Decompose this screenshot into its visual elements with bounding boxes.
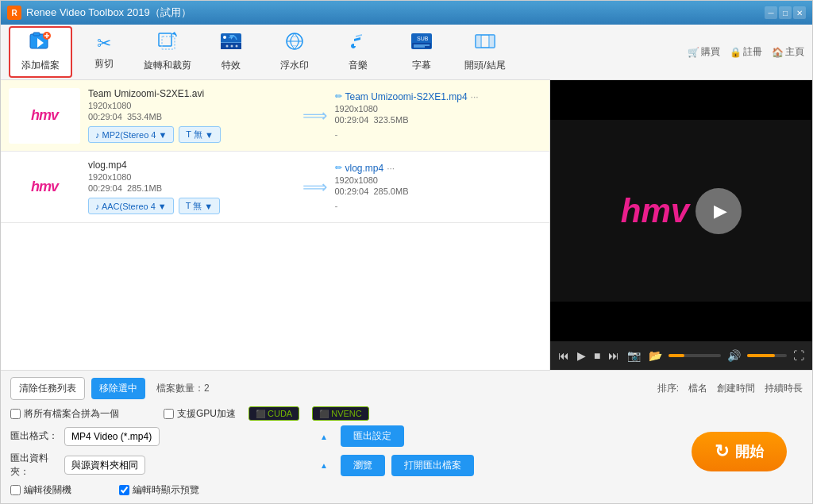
- main-content: hmv Team Umizoomi-S2XE1.avi 1920x1080 00…: [1, 80, 812, 370]
- show-preview-label[interactable]: 編輯時顯示預覽: [119, 483, 199, 497]
- play-button[interactable]: ▶: [576, 348, 588, 364]
- add-file-icon: [29, 32, 52, 56]
- toolbar-start-end[interactable]: 開頭/結尾: [453, 26, 517, 78]
- window-controls: ─ □ ✕: [765, 6, 806, 19]
- preview-play-icon: ▶: [714, 201, 727, 221]
- stop-button[interactable]: ■: [592, 348, 602, 364]
- toolbar-rotate-crop[interactable]: 旋轉和裁剪: [136, 26, 199, 78]
- audio-control-btn[interactable]: ♪ MP2(Stereo 4 ▼: [88, 126, 174, 143]
- volume-bar[interactable]: [747, 354, 787, 357]
- folder-select-wrapper[interactable]: 與源資料夾相同: [64, 456, 334, 475]
- svg-rect-29: [489, 35, 495, 48]
- file-thumb: hmv: [9, 88, 80, 144]
- sort-created-time[interactable]: 創建時間: [717, 382, 755, 395]
- gpu-options-row: 將所有檔案合拼為一個 支援GPU加速 ⬛ CUDA ⬛ NVENC: [10, 406, 669, 421]
- next-frame-button[interactable]: ⏭: [607, 348, 621, 364]
- more-options[interactable]: ···: [387, 163, 395, 174]
- start-section: ↻ 開始: [676, 406, 803, 497]
- svg-point-10: [223, 36, 226, 39]
- volume-button[interactable]: 🔊: [726, 348, 742, 364]
- sort-area: 排序: 檔名 創建時間 持續時長: [657, 382, 803, 395]
- screenshot-button[interactable]: 📷: [626, 348, 642, 364]
- text-control-btn[interactable]: T 無 ▼: [179, 198, 220, 214]
- bottom-left-section: 將所有檔案合拼為一個 支援GPU加速 ⬛ CUDA ⬛ NVENC: [10, 406, 669, 497]
- gpu-checkbox-label[interactable]: 支援GPU加速: [164, 407, 236, 421]
- file-list: hmv Team Umizoomi-S2XE1.avi 1920x1080 00…: [1, 80, 550, 370]
- progress-bar[interactable]: [669, 354, 721, 357]
- svg-marker-8: [171, 32, 176, 35]
- output-dash: -: [335, 201, 542, 212]
- output-duration-size: 00:29:04 285.0MB: [335, 187, 542, 196]
- audio-control-btn[interactable]: ♪ AAC(Stereo 4 ▼: [88, 198, 174, 214]
- output-dash: -: [335, 129, 542, 140]
- format-label: 匯出格式：: [10, 429, 58, 443]
- empty-area: [1, 223, 549, 302]
- output-info: ✏ Team Umizoomi-S2XE1.mp4 ··· 1920x1080 …: [335, 91, 542, 140]
- gpu-checkbox[interactable]: [164, 409, 174, 419]
- svg-point-14: [231, 45, 233, 48]
- shutdown-after-checkbox[interactable]: [10, 485, 21, 495]
- file-controls: ♪ AAC(Stereo 4 ▼ T 無 ▼: [88, 198, 295, 214]
- source-resolution: 1920x1080: [88, 101, 295, 110]
- svg-point-13: [226, 45, 229, 48]
- more-options[interactable]: ···: [471, 91, 479, 102]
- svg-point-15: [236, 45, 238, 48]
- export-settings-button[interactable]: 匯出設定: [341, 425, 404, 447]
- toolbar-watermark[interactable]: 浮水印: [263, 26, 326, 78]
- toolbar-music[interactable]: 音樂: [326, 26, 390, 78]
- browse-button[interactable]: 瀏覽: [341, 455, 385, 476]
- file-item: hmv vlog.mp4 1920x1080 00:29:04 285.1MB …: [1, 152, 549, 223]
- sort-filename[interactable]: 檔名: [688, 382, 707, 395]
- bottom-full: 將所有檔案合拼為一個 支援GPU加速 ⬛ CUDA ⬛ NVENC: [10, 406, 803, 497]
- source-duration-size: 00:29:04 353.4MB: [88, 112, 295, 121]
- fullscreen-button[interactable]: ⛶: [792, 348, 806, 364]
- pencil-icon: ✏: [335, 163, 342, 173]
- folder-select[interactable]: 與源資料夾相同: [64, 456, 145, 475]
- format-row: 匯出格式： MP4 Video (*.mp4) 匯出設定: [10, 425, 669, 447]
- svg-rect-28: [476, 35, 481, 48]
- open-export-folder-button[interactable]: 打開匯出檔案: [391, 455, 474, 476]
- cut-icon: ✂: [97, 33, 111, 54]
- start-button[interactable]: ↻ 開始: [692, 432, 787, 471]
- sort-duration[interactable]: 持續時長: [765, 382, 803, 395]
- file-item: hmv Team Umizoomi-S2XE1.avi 1920x1080 00…: [1, 80, 549, 152]
- source-filename: vlog.mp4: [88, 160, 295, 171]
- output-resolution: 1920x1080: [335, 175, 542, 185]
- subtitle-icon: SUB: [410, 32, 433, 56]
- close-button[interactable]: ✕: [793, 6, 806, 19]
- prev-frame-button[interactable]: ⏮: [557, 348, 571, 364]
- source-duration-size: 00:29:04 285.1MB: [88, 183, 295, 193]
- open-folder-button[interactable]: 📂: [647, 348, 664, 364]
- toolbar-right-actions: 🛒 購買 🔒 註冊 🏠 主頁: [688, 45, 804, 59]
- format-select-wrapper[interactable]: MP4 Video (*.mp4): [64, 427, 334, 446]
- watermark-icon: [284, 32, 305, 56]
- source-filename: Team Umizoomi-S2XE1.avi: [88, 88, 295, 99]
- remove-selected-button[interactable]: 移除選中: [91, 378, 145, 399]
- svg-rect-6: [159, 33, 171, 46]
- pencil-icon: ✏: [335, 91, 342, 102]
- merge-checkbox[interactable]: [10, 409, 21, 419]
- start-icon: ↻: [715, 441, 729, 462]
- toolbar-subtitle[interactable]: SUB 字幕: [390, 26, 453, 78]
- merge-checkbox-label[interactable]: 將所有檔案合拼為一個: [10, 407, 119, 421]
- format-select[interactable]: MP4 Video (*.mp4): [64, 427, 160, 446]
- rotate-crop-label: 旋轉和裁剪: [144, 59, 191, 72]
- preview-black-bottom: [550, 302, 812, 341]
- shutdown-after-label[interactable]: 編輯後關機: [10, 483, 71, 497]
- hmv-thumbnail: hmv: [9, 160, 80, 215]
- toolbar-add-file[interactable]: 添加檔案: [9, 26, 72, 78]
- clear-list-button[interactable]: 清除任務列表: [10, 377, 85, 400]
- buy-link[interactable]: 🛒 購買: [688, 45, 720, 59]
- maximize-button[interactable]: □: [779, 6, 792, 19]
- start-end-icon: [475, 32, 495, 56]
- home-link[interactable]: 🏠 主頁: [772, 45, 804, 59]
- text-control-btn[interactable]: T 無 ▼: [179, 126, 220, 143]
- preview-black-top: [550, 80, 812, 120]
- toolbar-cut[interactable]: ✂ 剪切: [72, 26, 136, 78]
- minimize-button[interactable]: ─: [765, 6, 777, 19]
- register-link[interactable]: 🔒 註冊: [730, 45, 762, 59]
- svg-rect-7: [162, 37, 175, 49]
- start-end-label: 開頭/結尾: [464, 59, 505, 72]
- show-preview-checkbox[interactable]: [119, 485, 129, 495]
- toolbar-effect[interactable]: 特效: [199, 26, 263, 78]
